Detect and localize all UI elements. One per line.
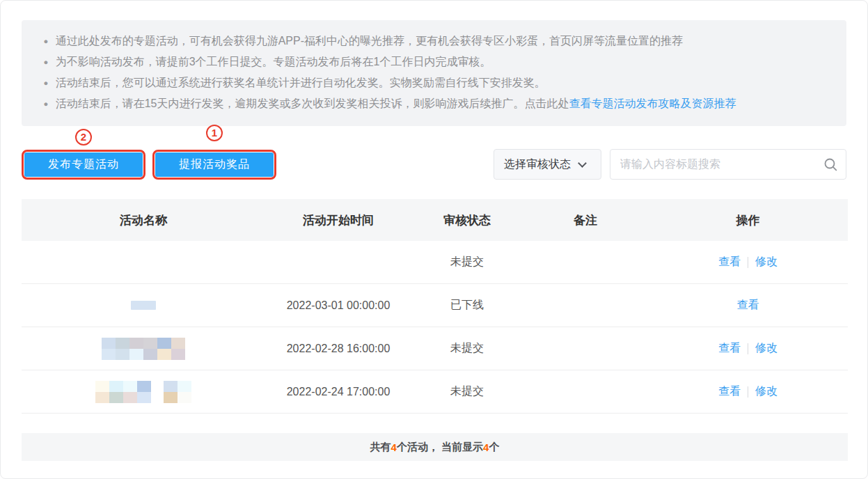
notice-item: ●通过此处发布的专题活动，可有机会获得九游APP-福利中心的曝光推荐，更有机会获… — [42, 31, 826, 52]
view-link[interactable]: 查看 — [737, 298, 759, 313]
table-row: 2022-03-01 00:00:00已下线查看 — [22, 284, 848, 327]
mosaic-cell — [129, 349, 143, 360]
mosaic-cell — [143, 349, 157, 360]
bullet-icon: ● — [43, 76, 48, 91]
action-divider — [748, 257, 748, 268]
view-link[interactable]: 查看 — [718, 255, 741, 269]
mosaic-cell — [102, 338, 116, 349]
search-icon[interactable] — [823, 157, 837, 171]
cell-activity-name — [131, 301, 156, 310]
mosaic-cell — [171, 338, 185, 349]
table-footer: 共有4个活动， 当前显示4个 — [22, 433, 848, 461]
edit-link[interactable]: 修改 — [755, 341, 778, 356]
mosaic-cell — [123, 381, 137, 392]
activities-table: 活动名称 活动开始时间 审核状态 备注 操作 未提交查看修改2022-03-01… — [22, 199, 848, 414]
toolbar: 2 发布专题活动 1 提报活动奖品 选择审核状态 — [22, 149, 846, 180]
table-row: 2022-02-28 16:00:00未提交查看修改 — [22, 327, 848, 370]
notice-item: ●活动结束后，请在15天内进行发奖，逾期发奖或多次收到发奖相关投诉，则影响游戏后… — [42, 93, 826, 114]
cell-start-time: 2022-03-01 00:00:00 — [287, 299, 390, 312]
cell-start-time: 2022-02-24 17:00:00 — [287, 386, 390, 398]
action-divider — [748, 343, 748, 354]
mosaic-cell — [123, 392, 137, 403]
mosaic-cell — [177, 392, 191, 403]
publish-activity-button[interactable]: 发布专题活动 — [24, 152, 143, 177]
mosaic-cell — [177, 381, 191, 392]
mosaic-cell — [157, 349, 171, 360]
redacted-name-block — [131, 301, 156, 310]
annotation-box-publish: 2 发布专题活动 — [22, 150, 145, 180]
submit-prize-button[interactable]: 提报活动奖品 — [155, 152, 274, 177]
search-box — [610, 149, 846, 180]
guide-link[interactable]: 查看专题活动发布攻略及资源推荐 — [569, 97, 736, 109]
notice-text: 活动结束后，您可以通过系统进行获奖名单统计并进行自动化发奖。实物奖励需自行线下安… — [56, 77, 546, 88]
notice-text: 通过此处发布的专题活动，可有机会获得九游APP-福利中心的曝光推荐，更有机会获得… — [56, 35, 683, 47]
cell-actions: 查看修改 — [718, 384, 778, 399]
mosaic-cell — [137, 381, 151, 392]
header-activity-name: 活动名称 — [120, 212, 167, 228]
cell-audit-status: 未提交 — [450, 341, 484, 356]
mosaic-cell — [143, 338, 157, 349]
cell-actions: 查看修改 — [718, 341, 778, 356]
edit-link[interactable]: 修改 — [755, 384, 778, 399]
total-count-text: 个活动， 当前显示 — [397, 441, 483, 454]
mosaic-cell — [164, 392, 177, 403]
total-count-text: 共有 — [370, 441, 391, 454]
mosaic-cell — [129, 338, 143, 349]
step-badge-2: 2 — [75, 129, 92, 146]
table-row: 2022-02-24 17:00:00未提交查看修改 — [22, 370, 848, 414]
cell-audit-status: 已下线 — [450, 298, 484, 313]
step-badge-1: 1 — [206, 125, 223, 141]
total-count-text: 个 — [489, 441, 499, 454]
notice-item: ●为不影响活动发布，请提前3个工作日提交。专题活动发布后将在1个工作日内完成审核… — [42, 52, 826, 72]
mosaic-cell — [95, 392, 109, 403]
bullet-icon: ● — [43, 34, 48, 49]
mosaic-cell — [157, 338, 171, 349]
notice-text: 为不影响活动发布，请提前3个工作日提交。专题活动发布后将在1个工作日内完成审核。 — [56, 56, 491, 68]
bullet-icon: ● — [43, 97, 48, 111]
cell-activity-name — [102, 338, 185, 360]
redacted-name-mosaic — [95, 381, 151, 403]
cell-audit-status: 未提交 — [450, 384, 484, 399]
redacted-name-mosaic — [102, 338, 185, 360]
edit-link[interactable]: 修改 — [755, 255, 778, 269]
action-divider — [748, 386, 748, 398]
total-count-number: 4 — [391, 441, 397, 453]
mosaic-cell — [95, 381, 109, 392]
table-header-row: 活动名称 活动开始时间 审核状态 备注 操作 — [22, 199, 848, 241]
notice-text: 活动结束后，请在15天内进行发奖，逾期发奖或多次收到发奖相关投诉，则影响游戏后续… — [56, 97, 569, 109]
activity-management-page: ●通过此处发布的专题活动，可有机会获得九游APP-福利中心的曝光推荐，更有机会获… — [0, 0, 868, 479]
cell-audit-status: 未提交 — [450, 255, 484, 269]
header-remark: 备注 — [574, 212, 597, 228]
cell-actions: 查看修改 — [718, 255, 778, 269]
search-input[interactable] — [610, 149, 846, 180]
redacted-name-mosaic — [164, 381, 191, 403]
cell-start-time: 2022-02-28 16:00:00 — [287, 343, 390, 355]
bullet-icon: ● — [43, 55, 48, 70]
cell-actions: 查看 — [737, 298, 759, 313]
mosaic-cell — [116, 338, 129, 349]
mosaic-cell — [109, 392, 123, 403]
status-filter-dropdown[interactable]: 选择审核状态 — [494, 149, 601, 180]
chevron-down-icon — [578, 159, 587, 168]
mosaic-cell — [102, 349, 116, 360]
annotation-box-prize: 1 提报活动奖品 — [152, 150, 276, 180]
mosaic-cell — [109, 381, 123, 392]
table-body: 未提交查看修改2022-03-01 00:00:00已下线查看2022-02-2… — [22, 241, 848, 414]
header-start-time: 活动开始时间 — [303, 212, 374, 228]
notice-box: ●通过此处发布的专题活动，可有机会获得九游APP-福利中心的曝光推荐，更有机会获… — [22, 20, 846, 126]
mosaic-cell — [116, 349, 129, 360]
cell-activity-name — [95, 381, 191, 403]
header-actions: 操作 — [736, 212, 760, 228]
mosaic-cell — [164, 381, 177, 392]
status-filter-label: 选择审核状态 — [504, 157, 571, 172]
table-row: 未提交查看修改 — [22, 241, 848, 284]
mosaic-cell — [171, 349, 185, 360]
header-audit-status: 审核状态 — [443, 212, 491, 228]
mosaic-cell — [137, 392, 151, 403]
notice-item: ●活动结束后，您可以通过系统进行获奖名单统计并进行自动化发奖。实物奖励需自行线下… — [42, 72, 826, 93]
view-link[interactable]: 查看 — [718, 341, 741, 356]
view-link[interactable]: 查看 — [718, 384, 741, 399]
